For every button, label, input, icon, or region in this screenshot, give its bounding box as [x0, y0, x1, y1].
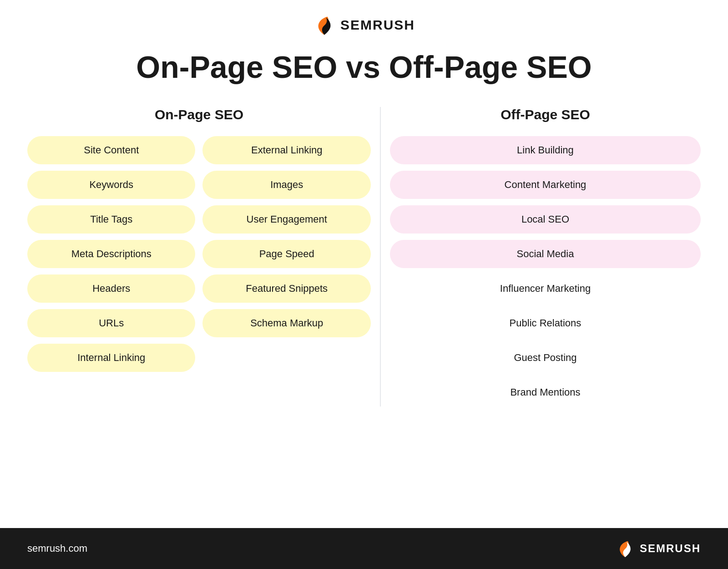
on-page-title: On-Page SEO — [155, 107, 243, 122]
on-page-right-pill: External Linking — [202, 136, 370, 164]
footer-logo: SEMRUSH — [615, 539, 701, 559]
page-title: On-Page SEO vs Off-Page SEO — [136, 50, 592, 84]
on-page-right-pill: Schema Markup — [202, 309, 370, 337]
on-page-left-pill: Site Content — [27, 136, 195, 164]
off-page-pills-wrapper: Link BuildingContent MarketingLocal SEOS… — [390, 136, 701, 406]
on-page-left-pill: Keywords — [27, 171, 195, 199]
off-page-pill: Content Marketing — [390, 171, 701, 199]
on-page-left-pills: Site ContentKeywordsTitle TagsMeta Descr… — [27, 136, 195, 372]
columns-wrapper: On-Page SEO Site ContentKeywordsTitle Ta… — [27, 107, 701, 406]
header-logo-text: SEMRUSH — [340, 17, 415, 33]
on-page-column: On-Page SEO Site ContentKeywordsTitle Ta… — [27, 107, 371, 406]
column-divider — [380, 107, 381, 406]
on-page-right-pill: User Engagement — [202, 205, 370, 234]
on-page-right-pills: External LinkingImagesUser EngagementPag… — [202, 136, 370, 372]
main-content: SEMRUSH On-Page SEO vs Off-Page SEO On-P… — [0, 0, 728, 528]
off-page-title: Off-Page SEO — [500, 107, 590, 122]
off-page-pill: Brand Mentions — [390, 378, 701, 406]
off-page-pill: Social Media — [390, 240, 701, 268]
footer-url: semrush.com — [27, 543, 87, 554]
on-page-left-pill: Internal Linking — [27, 344, 195, 372]
off-page-column: Off-Page SEO Link BuildingContent Market… — [390, 107, 701, 406]
on-page-right-pill: Featured Snippets — [202, 274, 370, 303]
footer-logo-text: SEMRUSH — [640, 542, 701, 555]
on-page-left-pill: URLs — [27, 309, 195, 337]
on-page-left-pill: Title Tags — [27, 205, 195, 234]
on-page-pills-wrapper: Site ContentKeywordsTitle TagsMeta Descr… — [27, 136, 371, 372]
on-page-right-pill: Page Speed — [202, 240, 370, 268]
off-page-pill: Public Relations — [390, 309, 701, 337]
header-logo: SEMRUSH — [313, 14, 415, 36]
off-page-pill: Link Building — [390, 136, 701, 164]
on-page-left-pill: Headers — [27, 274, 195, 303]
off-page-pill: Local SEO — [390, 205, 701, 234]
footer-logo-icon — [615, 539, 635, 559]
semrush-logo-icon — [313, 14, 336, 36]
off-page-pill: Influencer Marketing — [390, 274, 701, 303]
on-page-left-pill: Meta Descriptions — [27, 240, 195, 268]
footer: semrush.com SEMRUSH — [0, 528, 728, 569]
on-page-right-pill: Images — [202, 171, 370, 199]
off-page-pill: Guest Posting — [390, 344, 701, 372]
